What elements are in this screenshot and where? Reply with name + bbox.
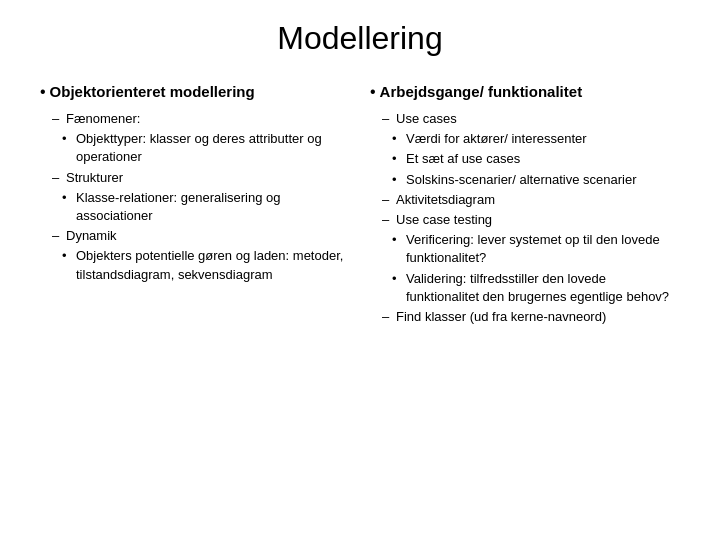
list-item: • Et sæt af use cases	[392, 150, 680, 168]
list-item: • Validering: tilfredsstiller den lovede…	[392, 270, 680, 306]
right-s1-item-0: Værdi for aktører/ interessenter	[406, 130, 587, 148]
right-s3-item-1: Validering: tilfredsstiller den lovede f…	[406, 270, 680, 306]
left-s2-item-0: Klasse-relationer: generalisering og ass…	[76, 189, 350, 225]
list-item: • Objekttyper: klasser og deres attribut…	[62, 130, 350, 166]
left-section-3-label: Dynamik	[66, 227, 117, 245]
right-section-3-items: • Verificering: lever systemet op til de…	[382, 231, 680, 306]
left-section-3: – Dynamik • Objekters potentielle gøren …	[52, 227, 350, 284]
left-col-header-item: • Objektorienteret modellering	[40, 81, 350, 108]
left-sections: – Fænomener: • Objekttyper: klasser og d…	[40, 110, 350, 284]
right-s1-item-1: Et sæt af use cases	[406, 150, 520, 168]
left-col-header: Objektorienteret modellering	[50, 81, 255, 102]
right-section-2-label: Aktivitetsdiagram	[396, 191, 495, 209]
right-col-header-item: • Arbejdsgange/ funktionalitet	[370, 81, 680, 108]
slide: Modellering • Objektorienteret modelleri…	[0, 0, 720, 540]
left-section-2: – Strukturer • Klasse-relationer: genera…	[52, 169, 350, 226]
left-column: • Objektorienteret modellering – Fænomen…	[40, 81, 350, 520]
columns-container: • Objektorienteret modellering – Fænomen…	[40, 81, 680, 520]
right-sections: – Use cases • Værdi for aktører/ interes…	[370, 110, 680, 326]
right-section-1-label: Use cases	[396, 110, 457, 128]
list-item: • Værdi for aktører/ interessenter	[392, 130, 680, 148]
right-section-3-label: Use case testing	[396, 211, 492, 229]
list-item: • Verificering: lever systemet op til de…	[392, 231, 680, 267]
right-section-2: – Aktivitetsdiagram	[382, 191, 680, 209]
right-section-4-label: Find klasser (ud fra kerne-navneord)	[396, 308, 606, 326]
right-section-1-items: • Værdi for aktører/ interessenter • Et …	[382, 130, 680, 189]
left-s3-item-0: Objekters potentielle gøren og laden: me…	[76, 247, 350, 283]
right-s3-item-0: Verificering: lever systemet op til den …	[406, 231, 680, 267]
right-section-4: – Find klasser (ud fra kerne-navneord)	[382, 308, 680, 326]
slide-title: Modellering	[40, 20, 680, 57]
right-column: • Arbejdsgange/ funktionalitet – Use cas…	[370, 81, 680, 520]
right-section-1: – Use cases • Værdi for aktører/ interes…	[382, 110, 680, 189]
left-s1-item-0: Objekttyper: klasser og deres attributte…	[76, 130, 350, 166]
list-item: • Solskins-scenarier/ alternative scenar…	[392, 171, 680, 189]
list-item: • Objekters potentielle gøren og laden: …	[62, 247, 350, 283]
left-section-2-items: • Klasse-relationer: generalisering og a…	[52, 189, 350, 225]
left-section-2-label: Strukturer	[66, 169, 123, 187]
right-col-header: Arbejdsgange/ funktionalitet	[380, 81, 583, 102]
left-section-1: – Fænomener: • Objekttyper: klasser og d…	[52, 110, 350, 167]
left-section-1-label: Fænomener:	[66, 110, 140, 128]
right-section-3: – Use case testing • Verificering: lever…	[382, 211, 680, 306]
right-s1-item-2: Solskins-scenarier/ alternative scenarie…	[406, 171, 636, 189]
left-section-3-items: • Objekters potentielle gøren og laden: …	[52, 247, 350, 283]
left-section-1-items: • Objekttyper: klasser og deres attribut…	[52, 130, 350, 166]
list-item: • Klasse-relationer: generalisering og a…	[62, 189, 350, 225]
